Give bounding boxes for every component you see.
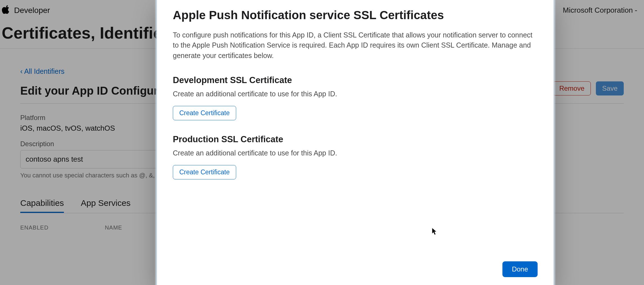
tab-app-services[interactable]: App Services [81,198,131,213]
development-description: Create an additional certificate to use … [173,90,538,98]
production-description: Create an additional certificate to use … [173,149,538,157]
remove-button[interactable]: Remove [553,81,591,95]
production-section: Production SSL Certificate Create an add… [173,134,538,193]
brand-text: Developer [14,6,50,15]
modal-title: Apple Push Notification service SSL Cert… [173,8,538,22]
apns-modal: Apple Push Notification service SSL Cert… [157,0,553,285]
save-button[interactable]: Save [596,81,624,95]
col-enabled: ENABLED [20,224,48,231]
brand[interactable]: Developer [2,5,50,16]
done-button[interactable]: Done [502,261,538,277]
apple-logo-icon [2,5,11,16]
create-dev-cert-button[interactable]: Create Certificate [173,106,236,120]
development-section: Development SSL Certificate Create an ad… [173,75,538,134]
development-heading: Development SSL Certificate [173,75,538,85]
create-prod-cert-button[interactable]: Create Certificate [173,165,236,179]
back-link[interactable]: ‹ All Identifiers [20,67,64,75]
tab-capabilities[interactable]: Capabilities [20,198,64,213]
modal-intro: To configure push notifications for this… [173,30,538,61]
modal-footer: Done [173,261,538,277]
org-name[interactable]: Microsoft Corporation - [563,6,637,15]
production-heading: Production SSL Certificate [173,134,538,144]
col-name: NAME [105,224,122,231]
